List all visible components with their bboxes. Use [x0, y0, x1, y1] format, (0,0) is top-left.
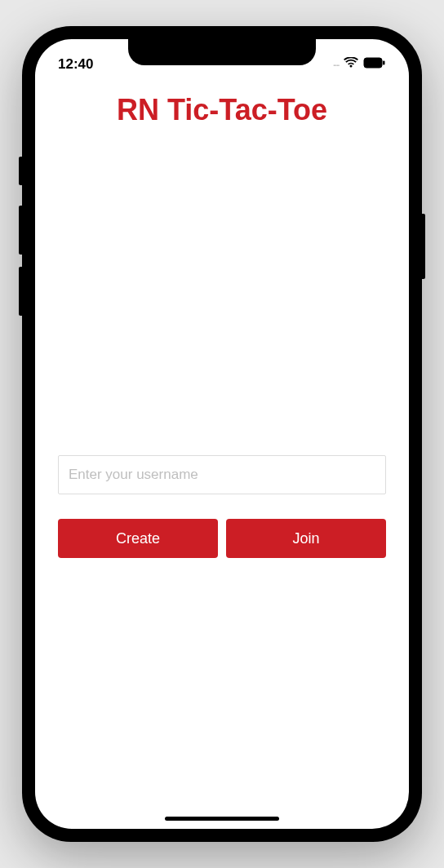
power-button: [422, 214, 425, 279]
username-input[interactable]: [58, 455, 386, 494]
form-area: Create Join: [35, 455, 409, 558]
phone-frame: 12:40 ····: [22, 26, 422, 842]
create-button[interactable]: Create: [58, 519, 218, 558]
home-indicator[interactable]: [165, 817, 279, 821]
wifi-icon: [344, 57, 358, 72]
svg-rect-0: [364, 58, 382, 68]
svg-rect-1: [383, 61, 385, 65]
join-button[interactable]: Join: [226, 519, 386, 558]
button-row: Create Join: [58, 519, 386, 558]
status-time: 12:40: [58, 56, 93, 73]
battery-icon: [363, 57, 386, 72]
app-title: RN Tic-Tac-Toe: [35, 93, 409, 127]
screen: 12:40 ····: [35, 39, 409, 829]
signal-dots-icon: ····: [332, 58, 339, 71]
status-icons: ····: [332, 57, 386, 72]
notch: [128, 39, 316, 65]
